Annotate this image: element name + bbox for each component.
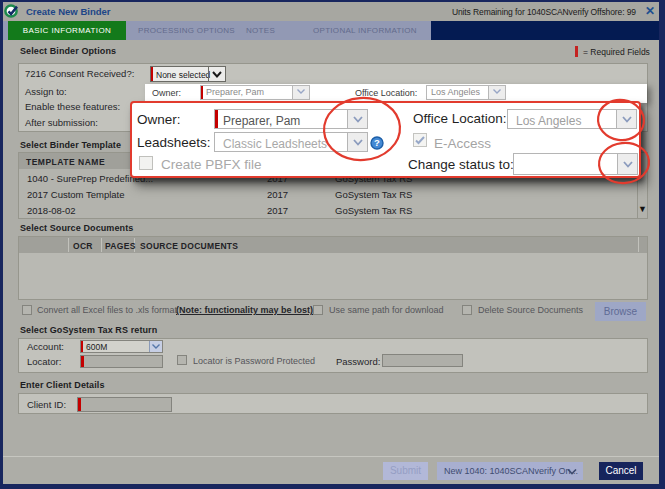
svg-text:?: ? <box>374 137 380 148</box>
